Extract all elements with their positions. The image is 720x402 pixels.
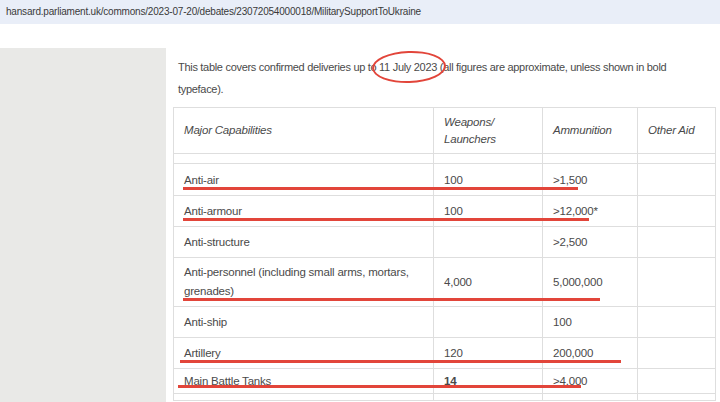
table-row-artillery: Artillery 120 200,000 xyxy=(174,338,716,369)
intro-text-before-date: This table covers confirmed deliveries u… xyxy=(178,61,379,73)
spacer-row xyxy=(174,394,716,401)
cell-ammunition: >4,000 xyxy=(543,369,638,394)
table-row-main-battle-tanks: Main Battle Tanks 14 >4,000 xyxy=(174,369,716,394)
table-row-anti-armour: Anti-armour 100 >12,000* xyxy=(174,196,716,227)
header-other-aid: Other Aid xyxy=(638,108,716,154)
intro-text-after-date: (all figures are approximate, unless sho… xyxy=(437,61,666,73)
page-url: hansard.parliament.uk/commons/2023-07-20… xyxy=(6,6,421,17)
cell-weapons: 4,000 xyxy=(434,258,543,307)
cell-capability: Artillery xyxy=(174,338,434,369)
cell-weapons: 100 xyxy=(434,196,543,227)
header-ammunition: Ammunition xyxy=(543,108,638,154)
cell-weapons xyxy=(434,227,543,258)
cell-ammunition: >2,500 xyxy=(543,227,638,258)
capabilities-table: Major Capabilities Weapons/ Launchers Am… xyxy=(173,107,716,401)
page-left-margin xyxy=(0,48,166,402)
table-row-anti-personnel: Anti-personnel (including small arms, mo… xyxy=(174,258,716,307)
cell-ammunition: >1,500 xyxy=(543,164,638,196)
cell-ammunition: 200,000 xyxy=(543,338,638,369)
cell-ammunition: 5,000,000 xyxy=(543,258,638,307)
cell-weapons: 100 xyxy=(434,164,543,196)
cell-capability: Anti-ship xyxy=(174,307,434,338)
cell-other-aid xyxy=(638,307,716,338)
cell-capability: Anti-structure xyxy=(174,227,434,258)
date-text: 11 July 2023 xyxy=(379,61,437,73)
table-row-anti-ship: Anti-ship 100 xyxy=(174,307,716,338)
cell-capability: Anti-air xyxy=(174,164,434,196)
header-weapons-launchers: Weapons/ Launchers xyxy=(434,108,543,154)
cell-other-aid xyxy=(638,227,716,258)
capabilities-table-wrap: Major Capabilities Weapons/ Launchers Am… xyxy=(173,107,715,401)
cell-capability: Main Battle Tanks xyxy=(174,369,434,394)
main-content: This table covers confirmed deliveries u… xyxy=(166,48,720,402)
cell-weapons xyxy=(434,307,543,338)
cell-other-aid xyxy=(638,258,716,307)
cell-other-aid xyxy=(638,196,716,227)
intro-text-line2: typeface). xyxy=(178,83,223,95)
cell-weapons: 14 xyxy=(434,369,543,394)
cell-capability: Anti-personnel (including small arms, mo… xyxy=(174,258,434,307)
table-row-anti-air: Anti-air 100 >1,500 xyxy=(174,164,716,196)
spacer-row xyxy=(174,154,716,164)
cell-other-aid xyxy=(638,369,716,394)
intro-paragraph: This table covers confirmed deliveries u… xyxy=(173,56,718,100)
cell-ammunition: >12,000* xyxy=(543,196,638,227)
cell-weapons: 120 xyxy=(434,338,543,369)
cell-ammunition: 100 xyxy=(543,307,638,338)
browser-address-bar[interactable]: hansard.parliament.uk/commons/2023-07-20… xyxy=(0,0,720,24)
circled-date: 11 July 2023 xyxy=(379,56,437,78)
table-header-row: Major Capabilities Weapons/ Launchers Am… xyxy=(174,108,716,154)
header-major-capabilities: Major Capabilities xyxy=(174,108,434,154)
cell-other-aid xyxy=(638,338,716,369)
table-row-anti-structure: Anti-structure >2,500 xyxy=(174,227,716,258)
cell-capability: Anti-armour xyxy=(174,196,434,227)
cell-other-aid xyxy=(638,164,716,196)
